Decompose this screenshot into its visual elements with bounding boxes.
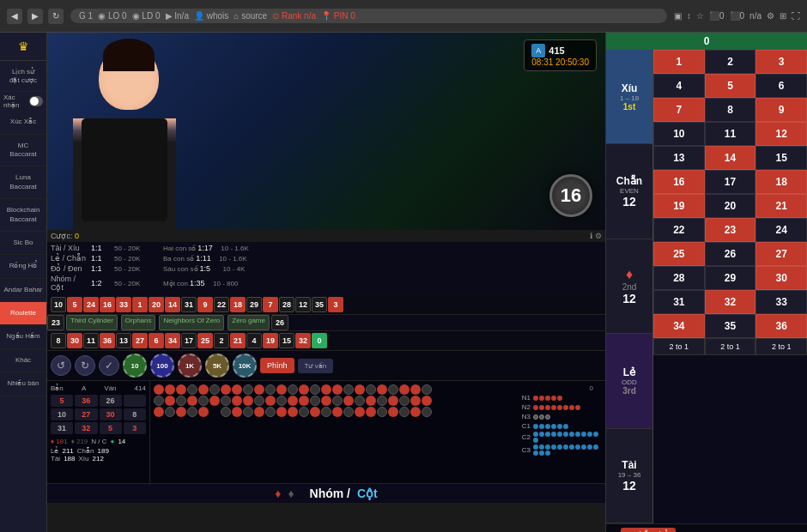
track-num-16[interactable]: 16 xyxy=(100,297,115,312)
chip-10[interactable]: 10 xyxy=(123,354,147,378)
orphans-btn[interactable]: Orphans xyxy=(121,315,156,330)
ext-icon1[interactable]: ▣ xyxy=(674,11,682,21)
track-num-18[interactable]: 18 xyxy=(230,297,246,312)
third-cylinder-btn[interactable]: Third Cylinder xyxy=(66,315,118,330)
sidebar-item-andar-bahar[interactable]: Andar Bahar xyxy=(0,279,46,302)
num-23[interactable]: 23 xyxy=(705,218,756,242)
tab-rank[interactable]: ⊙ Rank n/a xyxy=(272,11,316,21)
track-26[interactable]: 26 xyxy=(271,315,288,330)
sidebar-item-ngau-ham[interactable]: Ngầu Hầm xyxy=(0,325,46,348)
settings-icon[interactable]: ⚙ xyxy=(767,11,774,21)
confirm-btn[interactable]: ✓ xyxy=(99,355,119,376)
num-9[interactable]: 9 xyxy=(755,98,807,122)
track-num-19[interactable]: 19 xyxy=(263,333,278,348)
track-num-1[interactable]: 1 xyxy=(132,297,148,312)
zero-header[interactable]: 0 xyxy=(704,35,710,47)
chip-5k[interactable]: 5K xyxy=(205,354,229,378)
track-num-35[interactable]: 35 xyxy=(312,297,327,312)
track-num-31[interactable]: 31 xyxy=(181,297,197,312)
track-num-0[interactable]: 0 xyxy=(312,333,327,348)
num-1[interactable]: 1 xyxy=(653,50,705,74)
num-10[interactable]: 10 xyxy=(653,122,705,146)
track-num-3[interactable]: 3 xyxy=(328,297,343,312)
side-chan[interactable]: Chẵn EVEN 12 xyxy=(606,144,652,239)
tab-in[interactable]: ▶ In/a xyxy=(166,11,189,21)
side-le[interactable]: Lẻ ODD 3rd xyxy=(606,334,652,428)
forward-btn[interactable]: ▶ xyxy=(27,9,43,24)
num-27[interactable]: 27 xyxy=(755,242,807,266)
tab-lo[interactable]: ◉ LO 0 xyxy=(98,11,126,21)
info-icon[interactable]: ℹ ⚙ xyxy=(590,232,602,240)
track-num-36[interactable]: 36 xyxy=(100,333,115,348)
num-12[interactable]: 12 xyxy=(755,122,807,146)
num-19[interactable]: 19 xyxy=(653,194,705,218)
track-num-17[interactable]: 17 xyxy=(181,333,197,348)
ext-icon3[interactable]: ☆ xyxy=(696,11,704,21)
num-6[interactable]: 6 xyxy=(755,74,807,98)
track-num-29[interactable]: 29 xyxy=(246,297,262,312)
track-num-27[interactable]: 27 xyxy=(132,333,148,348)
track-num-2[interactable]: 2 xyxy=(214,333,229,348)
num-8[interactable]: 8 xyxy=(705,98,756,122)
num-31[interactable]: 31 xyxy=(653,290,705,314)
track-num-15[interactable]: 15 xyxy=(279,333,294,348)
num-36[interactable]: 36 xyxy=(755,314,807,338)
zero-game-btn[interactable]: Zero game xyxy=(228,315,270,330)
undo-btn[interactable]: ↺ xyxy=(51,355,71,376)
phinh-btn[interactable]: Phình xyxy=(260,358,294,373)
track-num-21[interactable]: 21 xyxy=(230,333,246,348)
sidebar-item-sic-bo[interactable]: Sic Bo xyxy=(0,232,46,255)
num-24[interactable]: 24 xyxy=(755,218,807,242)
2to1-mid[interactable]: 2 to 1 xyxy=(705,338,756,355)
track-num-28[interactable]: 28 xyxy=(279,297,294,312)
sidebar-item-lich-su[interactable]: Lịch sửđặt cược xyxy=(0,61,46,92)
num-26[interactable]: 26 xyxy=(705,242,756,266)
track-num-12[interactable]: 12 xyxy=(295,297,311,312)
address-bar[interactable]: G 1 ◉ LO 0 ◉ LD 0 ▶ In/a 👤 whois ⌂ sourc… xyxy=(70,9,667,23)
num-33[interactable]: 33 xyxy=(755,290,807,314)
tv-btn[interactable]: Tư vấn xyxy=(298,359,334,373)
num-34[interactable]: 34 xyxy=(653,314,705,338)
grid-icon[interactable]: ⊞ xyxy=(780,11,786,21)
sidebar-item-nhieu-ban[interactable]: Nhiều bàn xyxy=(0,372,46,396)
num-14[interactable]: 14 xyxy=(705,146,756,170)
num-29[interactable]: 29 xyxy=(705,266,756,290)
side-xiu[interactable]: Xíu 1 – 18 1st xyxy=(606,50,652,144)
refresh-bet-btn[interactable]: ↻ xyxy=(75,355,95,376)
track-num-6[interactable]: 6 xyxy=(149,333,164,348)
track-num-9[interactable]: 9 xyxy=(197,297,213,312)
num-20[interactable]: 20 xyxy=(705,194,756,218)
track-num-20[interactable]: 20 xyxy=(149,297,164,312)
sidebar-item-rong-ho[interactable]: Rồng Hổ xyxy=(0,255,46,278)
num-4[interactable]: 4 xyxy=(653,74,705,98)
num-18[interactable]: 18 xyxy=(755,170,807,194)
num-35[interactable]: 35 xyxy=(705,314,756,338)
track-num-5[interactable]: 5 xyxy=(67,297,82,312)
track-num-30[interactable]: 30 xyxy=(67,333,82,348)
toggle-xac-nhan[interactable] xyxy=(29,96,43,106)
fullscreen-icon[interactable]: ⛶ xyxy=(792,11,800,21)
track-num-11[interactable]: 11 xyxy=(83,333,99,348)
num-16[interactable]: 16 xyxy=(653,170,705,194)
num-7[interactable]: 7 xyxy=(653,98,705,122)
num-32[interactable]: 32 xyxy=(705,290,756,314)
2to1-right[interactable]: 2 to 1 xyxy=(755,338,807,355)
neighbors-btn[interactable]: Neighbors Of Zero xyxy=(159,315,224,330)
tab-g1[interactable]: G 1 xyxy=(79,11,93,21)
tab-pin[interactable]: 📍 PIN 0 xyxy=(321,11,355,21)
num-17[interactable]: 17 xyxy=(705,170,756,194)
num-11[interactable]: 11 xyxy=(705,122,756,146)
track-num-24[interactable]: 24 xyxy=(83,297,99,312)
track-num-10[interactable]: 10 xyxy=(51,297,66,312)
refresh-btn[interactable]: ↻ xyxy=(48,9,64,24)
num-30[interactable]: 30 xyxy=(755,266,807,290)
tab-whois[interactable]: 👤 whois xyxy=(194,11,228,21)
num-5[interactable]: 5 xyxy=(705,74,756,98)
ext-icon2[interactable]: ↕ xyxy=(687,11,691,21)
track-num-13[interactable]: 13 xyxy=(116,333,131,348)
reminder-btn[interactable]: ♦ Nhắc nhở xyxy=(621,528,676,532)
sidebar-item-luna-baccarat[interactable]: Luna Baccarat xyxy=(0,166,46,199)
track-num-7[interactable]: 7 xyxy=(263,297,278,312)
sidebar-item-roulette[interactable]: Roulette xyxy=(0,302,46,325)
num-13[interactable]: 13 xyxy=(653,146,705,170)
